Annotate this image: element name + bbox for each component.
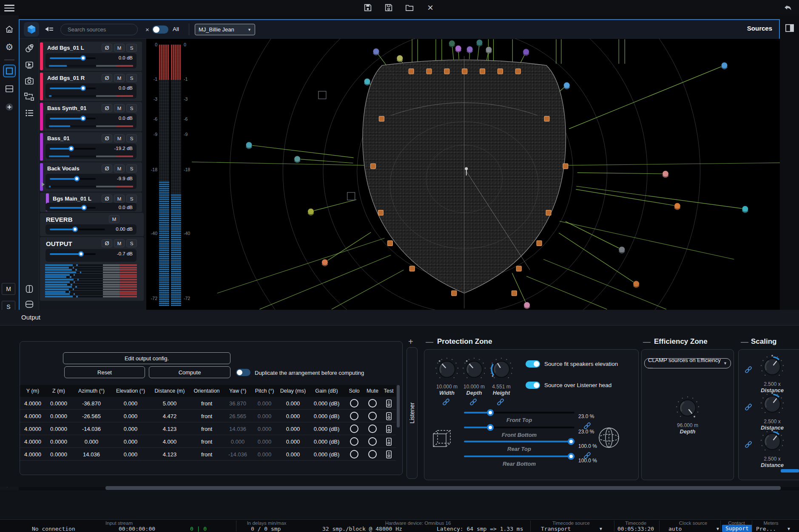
- support-button[interactable]: Support: [722, 525, 752, 532]
- mute-radio[interactable]: [368, 424, 377, 433]
- phase-button[interactable]: Ø: [102, 104, 112, 112]
- phase-button[interactable]: Ø: [102, 44, 112, 52]
- speaker-test-icon[interactable]: [386, 438, 392, 446]
- add-view-icon[interactable]: [4, 102, 15, 113]
- solo-button[interactable]: S: [126, 74, 137, 82]
- output-strip[interactable]: OUTPUTSMØ-0.7 dB: [40, 237, 144, 301]
- statusbar-value[interactable]: auto: [668, 526, 682, 532]
- zone-slider[interactable]: [464, 409, 574, 416]
- listener-tab[interactable]: Listener: [407, 347, 418, 479]
- efficiency-clamp-dropdown[interactable]: CLAMP sources on Efficiency ... ▼: [644, 358, 731, 368]
- global-mute-button[interactable]: M: [2, 283, 15, 295]
- solo-radio[interactable]: [350, 399, 358, 407]
- link-icon[interactable]: [496, 397, 505, 408]
- duplicate-arrangement-toggle[interactable]: [236, 369, 250, 376]
- solo-radio[interactable]: [350, 412, 358, 420]
- phase-button[interactable]: Ø: [102, 164, 112, 173]
- fader-track[interactable]: [50, 207, 96, 209]
- link-icon[interactable]: [441, 397, 451, 408]
- knob[interactable]: 96.000 mDepth: [668, 394, 707, 435]
- zone-slider-thumb[interactable]: [487, 409, 494, 416]
- table-row[interactable]: 4.00000.0000-14.0360.0004.123front14.036…: [20, 422, 396, 435]
- table-scrollbar[interactable]: [397, 385, 400, 427]
- panel-toggle-icon[interactable]: [785, 24, 794, 34]
- zone-slider-track[interactable]: [464, 427, 574, 428]
- search-clear-icon[interactable]: ×: [145, 26, 149, 33]
- fader-thumb[interactable]: [74, 176, 80, 181]
- channel-strip[interactable]: Bgs Main_01 LSMØ0.0 dB: [40, 192, 142, 212]
- mute-button[interactable]: M: [114, 164, 125, 173]
- layout-split-icon[interactable]: [4, 83, 15, 94]
- solo-radio[interactable]: [350, 450, 358, 458]
- solo-button[interactable]: S: [126, 44, 137, 52]
- expand-arrow-icon[interactable]: [42, 182, 45, 187]
- camera-snapshot-icon[interactable]: [24, 75, 35, 86]
- channel-strip[interactable]: Bass_01SMØ-19.2 dB: [40, 132, 142, 161]
- mute-button[interactable]: M: [114, 44, 125, 52]
- zone-slider[interactable]: [464, 424, 574, 431]
- layout-single-selected[interactable]: [3, 65, 16, 77]
- fader-thumb[interactable]: [78, 251, 84, 257]
- mute-button[interactable]: M: [114, 104, 125, 112]
- table-row[interactable]: 4.00000.0000-36.8700.0005.000front36.870…: [20, 397, 396, 410]
- protection-toggle[interactable]: [526, 360, 540, 368]
- search-input[interactable]: [68, 26, 142, 33]
- fader-track[interactable]: [50, 88, 96, 89]
- channel-strip[interactable]: Back VocalsSMØ-9.9 dB: [40, 162, 142, 192]
- mute-button[interactable]: M: [114, 239, 125, 247]
- split-horizontal-icon[interactable]: [24, 299, 35, 310]
- mute-button[interactable]: M: [114, 195, 125, 203]
- collapse-list-icon[interactable]: [43, 25, 54, 36]
- fader-track[interactable]: [50, 253, 96, 255]
- link-icon[interactable]: [744, 365, 753, 376]
- phase-button[interactable]: Ø: [102, 239, 112, 247]
- preset-dropdown[interactable]: MJ_Billie Jean ▼: [195, 24, 255, 35]
- phase-button[interactable]: Ø: [102, 74, 112, 82]
- fader-thumb[interactable]: [72, 226, 78, 232]
- reset-button[interactable]: Reset: [64, 366, 145, 378]
- table-row[interactable]: 4.00000.0000-26.5650.0004.472front26.565…: [20, 410, 396, 422]
- mute-button[interactable]: M: [114, 74, 125, 82]
- edit-output-config-button[interactable]: Edit output config.: [63, 352, 230, 364]
- add-zone-button[interactable]: +: [408, 337, 413, 347]
- mute-radio[interactable]: [368, 399, 377, 407]
- table-row[interactable]: 4.00000.00000.0000.0004.000front0.0000.0…: [20, 435, 396, 448]
- media-player-icon[interactable]: [24, 59, 35, 70]
- zone-slider[interactable]: [464, 438, 574, 445]
- fader-thumb[interactable]: [80, 85, 86, 91]
- knob[interactable]: 2.500 xDistance: [753, 391, 791, 431]
- protection-zone-collapse[interactable]: —: [426, 337, 433, 346]
- link-icon[interactable]: [744, 402, 753, 413]
- save-as-icon[interactable]: [383, 2, 394, 13]
- list-view-icon[interactable]: [24, 108, 35, 119]
- save-icon[interactable]: [362, 2, 373, 13]
- mute-button[interactable]: M: [109, 215, 119, 223]
- fader-track[interactable]: [50, 118, 96, 119]
- mute-radio[interactable]: [368, 412, 377, 420]
- fader-thumb[interactable]: [80, 55, 86, 61]
- output-section-header[interactable]: Output: [0, 310, 799, 325]
- solo-button[interactable]: S: [126, 195, 137, 203]
- solo-button[interactable]: S: [126, 104, 137, 112]
- routing-icon[interactable]: [24, 91, 35, 102]
- solo-button[interactable]: S: [126, 239, 137, 247]
- link-icon[interactable]: [744, 440, 753, 451]
- solo-button[interactable]: S: [126, 164, 137, 173]
- zone-slider-track[interactable]: [464, 456, 574, 457]
- knob[interactable]: 2.500 xDistance: [753, 353, 791, 393]
- protection-toggle[interactable]: [526, 382, 540, 389]
- fader-thumb[interactable]: [68, 146, 74, 151]
- home-icon[interactable]: [4, 24, 15, 35]
- zone-slider-thumb[interactable]: [568, 453, 574, 460]
- zone-slider-thumb[interactable]: [487, 424, 494, 431]
- link-icon[interactable]: [583, 451, 592, 462]
- zone-slider-track[interactable]: [464, 412, 574, 413]
- fader-track[interactable]: [50, 57, 96, 59]
- phase-button[interactable]: Ø: [102, 195, 112, 203]
- close-icon[interactable]: ×: [425, 2, 436, 13]
- channel-strip[interactable]: Add Bgs_01 RSMØ0.0 dB: [40, 72, 142, 101]
- reverb-strip[interactable]: REVERBM0.00 dB: [40, 213, 144, 236]
- solo-radio[interactable]: [350, 437, 358, 446]
- zone-slider[interactable]: [464, 453, 574, 460]
- link-icon[interactable]: [469, 397, 478, 408]
